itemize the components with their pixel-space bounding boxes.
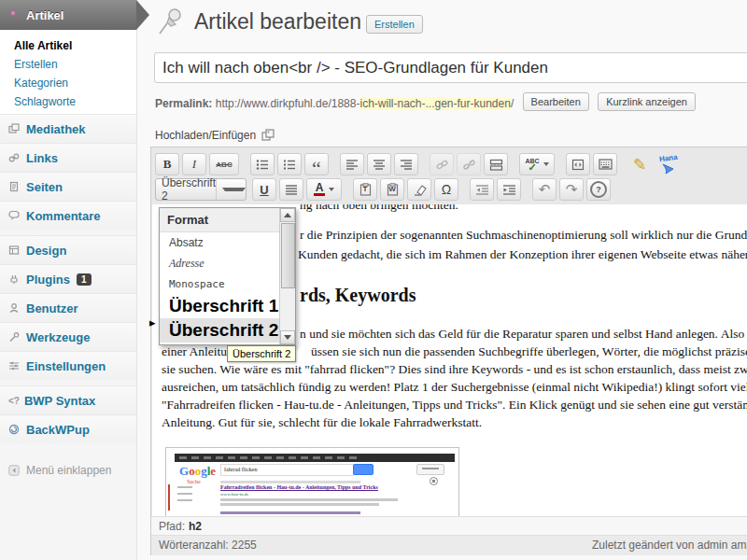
help-icon: ? xyxy=(590,181,607,198)
paste-text-button[interactable]: T xyxy=(353,178,377,201)
bullet-list-button[interactable] xyxy=(250,153,275,175)
content-line: r die Prinzipien der sogenannten Suchmas… xyxy=(300,228,747,243)
scroll-down-button[interactable] xyxy=(280,330,295,344)
collapse-menu-button[interactable]: Menü einklappen xyxy=(0,456,136,484)
dropdown-item-monospace[interactable]: Monospace xyxy=(160,274,279,294)
permalink-slug[interactable]: ich-will-nach-...gen-fur-kunden xyxy=(359,97,510,110)
sidebar-item-backwpup[interactable]: BackWPup xyxy=(0,414,136,443)
add-new-button[interactable]: Erstellen xyxy=(366,15,423,34)
format-select[interactable]: Überschrift 2 xyxy=(155,178,247,201)
link-button[interactable] xyxy=(430,153,454,175)
dropdown-item-adresse[interactable]: Adresse xyxy=(160,253,279,274)
google-result-stats xyxy=(220,481,360,483)
submenu-schlagworte[interactable]: Schlagworte xyxy=(0,92,136,111)
embedded-google-screenshot[interactable]: Google fahrrad flicken Suche Fahrradreif… xyxy=(165,447,459,516)
comment-icon xyxy=(8,210,20,221)
pencil-icon: ✎ xyxy=(633,155,646,175)
help-button[interactable]: ? xyxy=(586,178,611,201)
sidebar-item-seiten[interactable]: Seiten xyxy=(0,172,136,201)
content-line: "Fahrradreifen flicken - Hau-tu.de - Anl… xyxy=(162,398,747,413)
sidebar-item-artikel[interactable]: Artikel xyxy=(0,0,136,30)
redo-button[interactable]: ↷ xyxy=(559,178,584,201)
outdent-button[interactable] xyxy=(470,178,494,201)
hana-flv-button[interactable]: Hana xyxy=(654,151,684,177)
google-red-marker xyxy=(168,484,170,511)
align-center-button[interactable] xyxy=(367,153,391,175)
scroll-up-button[interactable] xyxy=(280,208,295,222)
post-title-input[interactable] xyxy=(154,52,747,83)
artikel-submenu: Alle Artikel Erstellen Kategorien Schlag… xyxy=(0,30,136,120)
bullet-list-icon xyxy=(256,159,270,171)
text-color-button[interactable]: A xyxy=(306,178,342,201)
sidebar-item-design[interactable]: Design xyxy=(0,235,136,264)
mouse-cursor: ▸ xyxy=(149,315,156,329)
indent-icon xyxy=(502,184,516,196)
scrollbar-thumb[interactable] xyxy=(281,223,295,288)
google-logo: Google xyxy=(179,464,216,479)
unlink-icon xyxy=(462,159,476,171)
more-tag-button[interactable] xyxy=(484,153,508,175)
sidebar-item-werkzeuge[interactable]: Werkzeuge xyxy=(0,322,136,351)
shortlink-button[interactable]: Kurzlink anzeigen xyxy=(598,92,696,111)
submenu-erstellen[interactable]: Erstellen xyxy=(0,55,136,74)
google-search-button xyxy=(353,464,374,475)
sidebar-item-kommentare[interactable]: Kommentare xyxy=(0,201,136,230)
users-icon xyxy=(8,302,20,314)
highlighter-button[interactable]: ✎ xyxy=(628,154,651,175)
submenu-kategorien[interactable]: Kategorien xyxy=(0,74,136,92)
sidebar-item-einstellungen[interactable]: Einstellungen xyxy=(0,351,136,380)
eraser-icon xyxy=(413,184,427,196)
admin-sidebar: Artikel Alle Artikel Erstellen Kategorie… xyxy=(0,0,137,560)
text-color-dropdown-arrow[interactable] xyxy=(329,188,334,191)
sidebar-item-benutzer[interactable]: Benutzer xyxy=(0,293,136,322)
content-heading: rds, Keywords xyxy=(300,285,416,306)
align-right-button[interactable] xyxy=(394,153,418,175)
google-second-result xyxy=(220,511,360,514)
content-line: Kunden gedacht, die sich im Rahmen der K… xyxy=(298,247,747,262)
italic-button[interactable]: I xyxy=(182,153,206,175)
justify-button[interactable] xyxy=(279,178,303,201)
fullscreen-button[interactable] xyxy=(566,153,590,175)
google-result-snippet xyxy=(220,503,379,506)
spellcheck-dropdown-arrow[interactable] xyxy=(543,162,549,166)
sidebar-item-bwp-syntax[interactable]: <? BWP Syntax xyxy=(0,385,136,414)
undo-button[interactable]: ↶ xyxy=(532,178,557,201)
special-char-button[interactable]: Ω xyxy=(434,178,458,201)
sidebar-item-label: Artikel xyxy=(26,8,63,22)
hana-play-icon xyxy=(661,162,676,175)
dropdown-item-absatz[interactable]: Absatz xyxy=(160,232,279,253)
submenu-alle-artikel[interactable]: Alle Artikel xyxy=(0,36,136,55)
dropdown-item-ueberschrift1[interactable]: Überschrift 1 xyxy=(160,294,279,318)
word-count: Wörteranzahl: 2255 xyxy=(159,539,257,552)
strikethrough-button[interactable]: ABC xyxy=(209,153,239,175)
align-left-button[interactable] xyxy=(340,153,364,175)
dropdown-scrollbar[interactable] xyxy=(279,208,295,344)
add-media-icon[interactable] xyxy=(261,129,275,142)
align-right-icon xyxy=(400,159,413,171)
dropdown-item-ueberschrift2[interactable]: Überschrift 2 xyxy=(160,318,279,343)
bold-button[interactable]: B xyxy=(155,153,179,175)
blockquote-button[interactable]: “ xyxy=(304,153,329,175)
content-line: üssen sie sich nun die passenden Suchbeg… xyxy=(311,344,747,359)
edit-permalink-button[interactable]: Bearbeiten xyxy=(523,92,589,111)
sidebar-item-mediathek[interactable]: Mediathek xyxy=(0,114,136,143)
spellcheck-button[interactable]: ABC ✓ xyxy=(519,153,555,175)
numbered-list-button[interactable] xyxy=(277,153,302,175)
unlink-button[interactable] xyxy=(457,153,481,175)
sidebar-item-plugins[interactable]: Plugins 1 xyxy=(0,264,136,293)
underline-button[interactable]: U xyxy=(252,178,276,201)
sidebar-item-links[interactable]: Links xyxy=(0,143,136,172)
indent-button[interactable] xyxy=(497,178,521,201)
kitchen-sink-icon xyxy=(599,159,613,170)
content-line: n und sie möchten sich das Geld für die … xyxy=(300,327,747,342)
tools-icon xyxy=(8,331,20,343)
google-sidebar-link xyxy=(177,499,192,501)
kitchen-sink-button[interactable] xyxy=(593,153,617,175)
google-search-tab: Suche xyxy=(187,479,201,484)
paste-word-button[interactable]: W xyxy=(380,178,404,201)
justify-icon xyxy=(285,184,298,196)
permalink-row: Permalink: http://www.dirkpfuhl.de/1888-… xyxy=(155,94,696,113)
remove-format-button[interactable] xyxy=(407,178,431,201)
format-select-arrow[interactable] xyxy=(216,179,246,200)
upload-label: Hochladen/Einfügen xyxy=(155,129,256,142)
